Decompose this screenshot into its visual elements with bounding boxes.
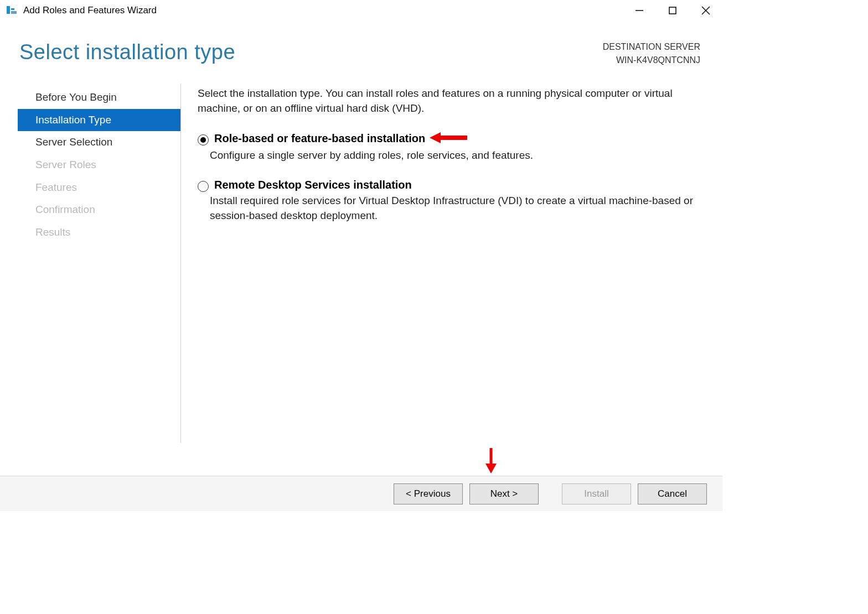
next-button[interactable]: Next > <box>469 483 539 504</box>
option-1: Remote Desktop Services installationInst… <box>198 179 706 223</box>
footer: < Previous Next > Install Cancel <box>0 476 722 511</box>
option-content: Remote Desktop Services installationInst… <box>214 179 706 223</box>
option-description: Install required role services for Virtu… <box>210 194 706 223</box>
sidebar-item-server-selection[interactable]: Server Selection <box>18 131 180 154</box>
sidebar-item-before-you-begin[interactable]: Before You Begin <box>18 86 180 109</box>
sidebar: Before You BeginInstallation TypeServer … <box>18 84 181 443</box>
main-panel: Select the installation type. You can in… <box>181 84 706 443</box>
window-title: Add Roles and Features Wizard <box>23 5 157 16</box>
cancel-button[interactable]: Cancel <box>638 483 707 504</box>
window-controls <box>623 0 722 21</box>
close-icon <box>701 6 710 15</box>
server-manager-icon <box>7 5 18 16</box>
svg-rect-1 <box>669 7 676 14</box>
titlebar: Add Roles and Features Wizard <box>0 0 722 21</box>
option-0: Role-based or feature-based installation… <box>198 132 706 163</box>
header-area: Select installation type DESTINATION SER… <box>0 21 722 84</box>
option-title: Role-based or feature-based installation <box>214 132 706 146</box>
option-title: Remote Desktop Services installation <box>214 179 706 191</box>
destination-server-label: DESTINATION SERVER <box>603 40 700 54</box>
sidebar-item-confirmation: Confirmation <box>18 199 180 221</box>
svg-marker-4 <box>430 132 467 143</box>
minimize-icon <box>636 7 643 14</box>
sidebar-item-features: Features <box>18 176 180 199</box>
annotation-arrow-left-icon <box>430 132 468 146</box>
install-button[interactable]: Install <box>562 483 631 504</box>
destination-server-info: DESTINATION SERVER WIN-K4V8QNTCNNJ <box>603 40 700 67</box>
sidebar-item-server-roles: Server Roles <box>18 154 180 176</box>
sidebar-item-installation-type[interactable]: Installation Type <box>18 109 180 132</box>
close-button[interactable] <box>689 0 722 21</box>
maximize-icon <box>669 7 676 14</box>
previous-button[interactable]: < Previous <box>394 483 463 504</box>
option-content: Role-based or feature-based installation… <box>214 132 706 163</box>
destination-server-name: WIN-K4V8QNTCNNJ <box>603 54 700 67</box>
content-area: Before You BeginInstallation TypeServer … <box>0 84 722 443</box>
radio-option-1[interactable] <box>198 181 209 192</box>
intro-text: Select the installation type. You can in… <box>198 86 706 116</box>
radio-option-0[interactable] <box>198 134 209 145</box>
option-description: Configure a single server by adding role… <box>210 148 706 163</box>
minimize-button[interactable] <box>623 0 656 21</box>
maximize-button[interactable] <box>656 0 689 21</box>
annotation-arrow-down-icon <box>484 447 498 476</box>
svg-marker-6 <box>485 464 497 473</box>
page-title: Select installation type <box>19 40 235 64</box>
sidebar-item-results: Results <box>18 221 180 244</box>
